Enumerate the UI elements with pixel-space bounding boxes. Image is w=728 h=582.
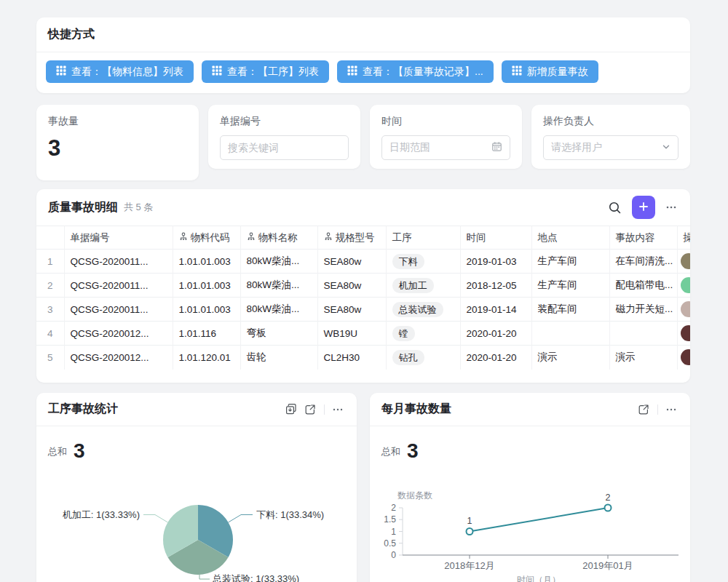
col-place[interactable]: 地点 xyxy=(531,226,609,250)
cell-process: 机加工 xyxy=(386,274,460,298)
table-row[interactable]: 4 QCSG-2020012... 1.01.116 弯板 WB19U 镗 20… xyxy=(36,322,690,346)
add-quality-accident-button[interactable]: 新增质量事故 xyxy=(502,60,598,83)
download-icon[interactable] xyxy=(282,400,301,419)
chevron-down-icon xyxy=(662,142,670,154)
data-label-2: 2 xyxy=(606,493,611,503)
calendar-icon xyxy=(491,141,502,154)
divider xyxy=(657,404,658,415)
doc-number-search-field[interactable] xyxy=(220,135,349,160)
line-chart: 数据条数 2 1.5 1 0.5 0 1 2 2018年12月 2019年01月 xyxy=(370,487,690,582)
table-row[interactable]: 5 QCSG-2020012... 1.01.120.01 齿轮 CL2H30 … xyxy=(36,346,690,370)
button-label: 新增质量事故 xyxy=(527,65,588,79)
table-title: 质量事故明细 xyxy=(48,200,118,215)
cell-name: 80kW柴油... xyxy=(240,298,317,322)
svg-text:2018年12月: 2018年12月 xyxy=(444,560,494,571)
col-time[interactable]: 时间 xyxy=(460,226,531,250)
col-operator[interactable]: 操作负责人 xyxy=(677,226,690,250)
cell-time: 2020-01-20 xyxy=(460,322,531,346)
cell-spec: CL2H30 xyxy=(317,346,386,370)
cell-process: 下料 xyxy=(386,250,460,274)
svg-text:2019年01月: 2019年01月 xyxy=(582,560,633,571)
data-point-1[interactable] xyxy=(467,528,473,535)
svg-text:2: 2 xyxy=(391,503,396,513)
cell-doc: QCSG-2020012... xyxy=(64,322,173,346)
more-icon[interactable] xyxy=(662,401,680,418)
avatar xyxy=(681,253,691,269)
cell-place xyxy=(531,322,609,346)
cell-operator xyxy=(677,346,690,370)
user-select[interactable]: 请选择用户 xyxy=(543,135,678,160)
sum-value: 3 xyxy=(74,441,85,461)
cell-name: 80kW柴油... xyxy=(240,274,317,298)
cell-code: 1.01.01.003 xyxy=(173,250,240,274)
time-label: 时间 xyxy=(381,115,510,128)
cell-spec: SEA80w xyxy=(317,298,386,322)
grid-icon xyxy=(212,65,222,78)
time-filter-card: 时间 日期范围 xyxy=(370,105,522,169)
pie-label-zongzhuang: 总装试验: 1(33.33%) xyxy=(212,573,299,582)
line-card-title: 每月事故数量 xyxy=(381,402,634,417)
relation-icon xyxy=(179,232,188,243)
col-spec[interactable]: 规格型号 xyxy=(317,226,386,250)
x-axis-ticks xyxy=(470,555,608,559)
view-process-list-button[interactable]: 查看：【工序】列表 xyxy=(202,60,329,83)
col-content[interactable]: 事故内容 xyxy=(609,226,677,250)
series-line xyxy=(470,508,608,532)
open-external-icon[interactable] xyxy=(301,400,320,419)
cell-time: 2018-12-05 xyxy=(460,274,531,298)
row-number: 3 xyxy=(36,298,64,322)
leader-line xyxy=(143,515,167,523)
search-input[interactable] xyxy=(228,142,341,154)
cell-time: 2019-01-14 xyxy=(460,298,531,322)
avatar xyxy=(681,349,691,365)
data-point-2[interactable] xyxy=(605,505,612,511)
open-external-icon[interactable] xyxy=(634,400,653,419)
process-tag: 镗 xyxy=(392,326,415,341)
shortcuts-card: 快捷方式 查看：【物料信息】列表 查看：【工序】列表 查看：【质量事故记录】..… xyxy=(36,17,690,93)
cell-operator xyxy=(677,274,690,298)
view-quality-record-list-button[interactable]: 查看：【质量事故记录】... xyxy=(337,60,494,83)
table-row[interactable]: 1 QCSG-2020011... 1.01.01.003 80kW柴油... … xyxy=(36,250,690,274)
date-range-field[interactable]: 日期范围 xyxy=(381,135,510,160)
pie-chart: 下料: 1(33.34%) 机加工: 1(33.33%) 总装试验: 1(33.… xyxy=(36,487,357,582)
search-icon[interactable] xyxy=(605,198,625,218)
monthly-accident-count-card: 每月事故数量 总和 3 数据条数 2 1.5 1 0.5 0 xyxy=(370,393,690,582)
shortcut-buttons: 查看：【物料信息】列表 查看：【工序】列表 查看：【质量事故记录】... 新增质… xyxy=(36,52,690,91)
cell-name: 弯板 xyxy=(240,322,317,346)
table-row[interactable]: 3 QCSG-2020011... 1.01.01.003 80kW柴油... … xyxy=(36,298,690,322)
table-header-row: 单据编号 物料代码 物料名称 规格型号 工序 时间 地点 事故内容 操作负责人 xyxy=(36,226,690,250)
cell-code: 1.01.116 xyxy=(173,322,240,346)
cell-code: 1.01.01.003 xyxy=(173,298,240,322)
sum-value: 3 xyxy=(407,441,419,461)
view-material-list-button[interactable]: 查看：【物料信息】列表 xyxy=(46,60,194,83)
table-row[interactable]: 2 QCSG-2020011... 1.01.01.003 80kW柴油... … xyxy=(36,274,690,298)
process-tag: 总装试验 xyxy=(392,302,443,317)
svg-text:0: 0 xyxy=(391,550,396,560)
cell-doc: QCSG-2020011... xyxy=(64,274,173,298)
col-doc[interactable]: 单据编号 xyxy=(64,226,173,250)
cell-process: 总装试验 xyxy=(386,298,460,322)
more-icon[interactable] xyxy=(329,401,347,418)
cell-content: 配电箱带电... xyxy=(609,274,677,298)
add-record-button[interactable] xyxy=(632,196,655,219)
col-code[interactable]: 物料代码 xyxy=(173,226,240,250)
data-label-1: 1 xyxy=(467,516,472,526)
cell-place: 演示 xyxy=(531,346,609,370)
relation-icon xyxy=(247,232,256,243)
svg-text:1: 1 xyxy=(391,527,396,537)
accident-count-label: 事故量 xyxy=(48,115,187,128)
row-number: 4 xyxy=(36,322,64,346)
more-icon[interactable] xyxy=(662,199,680,216)
pie-label-xialiao: 下料: 1(33.34%) xyxy=(256,509,324,520)
svg-text:1.5: 1.5 xyxy=(384,514,396,525)
col-process[interactable]: 工序 xyxy=(386,226,460,250)
row-number-header xyxy=(36,226,64,250)
pie-card-title: 工序事故统计 xyxy=(48,402,282,417)
process-accident-stats-card: 工序事故统计 总和 3 下料: 1(33.34%) 机加工: 1(33.33%)… xyxy=(36,393,357,582)
col-name[interactable]: 物料名称 xyxy=(240,226,317,250)
operator-filter-card: 操作负责人 请选择用户 xyxy=(531,105,690,169)
cell-operator xyxy=(677,250,690,274)
row-number: 2 xyxy=(36,274,64,298)
cell-place: 生产车间 xyxy=(531,250,609,274)
cell-spec: SEA80w xyxy=(317,250,386,274)
